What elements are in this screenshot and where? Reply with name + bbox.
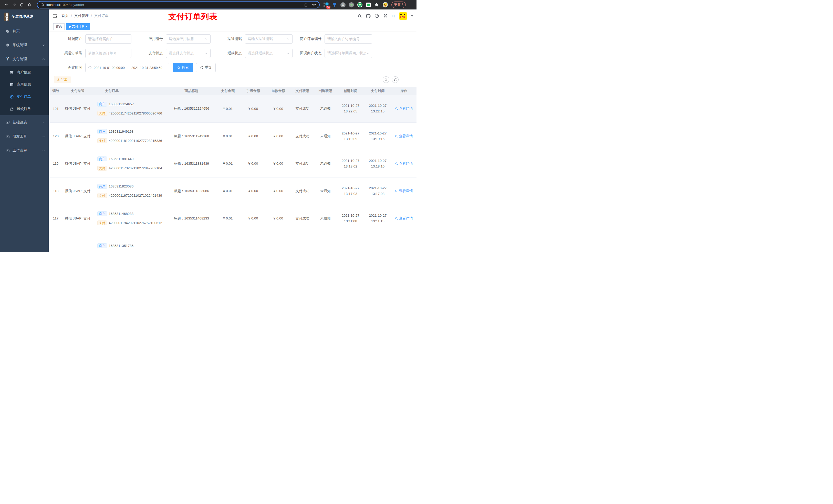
extension-chat-icon[interactable] <box>366 2 371 7</box>
browser-reload-icon[interactable] <box>18 1 26 8</box>
fullscreen-icon[interactable] <box>383 14 387 18</box>
sidebar-toggle-icon[interactable] <box>52 14 57 19</box>
breadcrumb-home[interactable]: 首页 <box>62 14 69 18</box>
address-bar[interactable]: localhost:1024/pay/order <box>37 1 320 8</box>
table-header-row: 编号 支付渠道 支付订单 商品标题 支付金额 手续金额 退款金额 支付状态 回调… <box>50 87 416 95</box>
table-row-partial[interactable]: 商户1635311351786 <box>50 232 416 252</box>
table-row[interactable]: 118 微信 JSAPI 支付 商户1635311823086 支付420000… <box>50 177 416 205</box>
browser-menu-icon[interactable] <box>402 3 403 6</box>
sidebar-menu: 首页 系统管理 ¥ 支付管理 <box>0 24 49 158</box>
sidebar-item-payment[interactable]: ¥ 支付管理 <box>0 52 49 66</box>
browser-forward-icon[interactable] <box>10 1 18 8</box>
sidebar-item-merchant-info[interactable]: 商户信息 <box>0 66 49 78</box>
cell-channel: 微信 JSAPI 支付 <box>61 122 94 150</box>
select-placeholder: 请选择退款状态 <box>248 51 287 55</box>
pay-tag: 支付 <box>97 138 107 143</box>
sidebar-item-home[interactable]: 首页 <box>0 24 49 38</box>
github-icon[interactable] <box>366 14 371 19</box>
breadcrumb-pay-manage[interactable]: 支付管理 <box>74 14 89 18</box>
table-row[interactable]: 120 微信 JSAPI 支付 商户1635311949168 支付420000… <box>50 122 416 150</box>
extensions-puzzle-icon[interactable] <box>374 2 379 7</box>
pay-status-select[interactable]: 请选择支付状态 <box>166 49 211 58</box>
grid-icon <box>10 82 14 87</box>
date-end[interactable]: 2021-10-31 23:59:59 <box>132 66 162 70</box>
extension-recorder-icon[interactable] <box>349 2 354 7</box>
view-detail-link[interactable]: 查看详情 <box>395 216 413 221</box>
merchant-input-field[interactable] <box>88 37 128 41</box>
cell-fee-amount <box>241 232 266 252</box>
reset-button[interactable]: 重置 <box>196 63 216 72</box>
cell-channel: 微信 JSAPI 支付 <box>61 205 94 232</box>
browser-update-button[interactable]: 更新 <box>391 2 406 8</box>
search-button[interactable]: 搜索 <box>173 63 193 72</box>
sidebar-item-system[interactable]: 系统管理 <box>0 38 49 52</box>
close-icon[interactable]: × <box>86 25 87 28</box>
avatar-caret-icon[interactable] <box>411 15 413 17</box>
channel-order-no-field[interactable] <box>88 51 128 55</box>
cell-title: 标题：1635311468233 <box>168 205 215 232</box>
sidebar-logo[interactable]: 芋道管理系统 <box>0 9 49 24</box>
view-detail-link[interactable]: 查看详情 <box>395 189 413 193</box>
extension-y-icon[interactable]: y <box>357 2 362 7</box>
date-start[interactable]: 2021-10-01 00:00:00 <box>94 66 125 70</box>
sidebar-item-dev-tools[interactable]: 研发工具 <box>0 129 49 143</box>
cell-fee-amount: ¥ 0.00 <box>241 150 266 177</box>
browser-back-icon[interactable] <box>3 1 10 8</box>
extension-kite-icon[interactable] <box>332 2 337 7</box>
toggle-search-button[interactable] <box>383 76 389 83</box>
font-size-icon[interactable]: TT <box>391 14 395 18</box>
sidebar-item-workflow[interactable]: 工作流程 <box>0 143 49 158</box>
tab-home[interactable]: 首页 <box>53 23 65 30</box>
cell-order-no: 商户1635311351786 <box>94 232 168 252</box>
logo-rabbit-image <box>4 13 9 21</box>
search-icon[interactable] <box>358 14 362 18</box>
tab-pay-order[interactable]: 支付订单 × <box>66 23 90 30</box>
date-separator: - <box>127 66 129 70</box>
sidebar-item-refund-order[interactable]: 退款订单 <box>0 103 49 115</box>
callback-status-select[interactable]: 请选择订单回调商户状态 <box>325 49 372 58</box>
cell-create-time: 2021-10-2713:22:05 <box>337 95 364 122</box>
cell-refund-amount: ¥ 0.00 <box>266 150 291 177</box>
help-icon[interactable] <box>375 14 379 18</box>
merchant-order-no-input[interactable] <box>325 34 372 44</box>
merchant-order-no-field[interactable] <box>327 37 370 41</box>
cell-id: 119 <box>50 150 61 177</box>
table-row[interactable]: 119 微信 JSAPI 支付 商户1635311881440 支付420000… <box>50 150 416 177</box>
refresh-button[interactable] <box>392 76 399 83</box>
view-detail-link[interactable]: 查看详情 <box>395 161 413 166</box>
tag-view-bar: 首页 支付订单 × <box>49 22 416 31</box>
user-avatar[interactable] <box>399 12 407 20</box>
pay-tag: 支付 <box>97 193 107 198</box>
sidebar-item-app-info[interactable]: 应用信息 <box>0 78 49 91</box>
col-pay-time: 支付时间 <box>364 87 391 95</box>
sidebar-item-label: 系统管理 <box>13 43 27 47</box>
view-detail-link[interactable]: 查看详情 <box>395 134 413 139</box>
site-info-icon[interactable] <box>41 3 44 7</box>
cell-title: 标题：1635311949168 <box>168 122 215 150</box>
create-time-range-picker[interactable]: 2021-10-01 00:00:00 - 2021-10-31 23:59:5… <box>85 63 169 72</box>
sidebar-item-infrastructure[interactable]: 基础设施 <box>0 115 49 129</box>
sidebar-item-pay-order[interactable]: 支付订单 <box>0 91 49 103</box>
cell-create-time <box>337 232 364 252</box>
extension-command-icon[interactable]: ⌘ <box>340 2 346 7</box>
yen-icon: ¥ <box>6 57 10 61</box>
refund-status-select[interactable]: 请选择退款状态 <box>245 49 292 58</box>
cell-create-time: 2021-10-2713:17:03 <box>337 177 364 205</box>
extension-tabs-icon[interactable]: 10 <box>324 2 329 7</box>
export-button[interactable]: 导出 <box>54 76 70 83</box>
channel-code-select[interactable]: 请输入渠道编码 <box>245 34 292 44</box>
browser-home-icon[interactable] <box>26 1 33 8</box>
search-button-label: 搜索 <box>182 65 189 70</box>
bookmark-star-icon[interactable] <box>312 3 316 7</box>
merchant-input[interactable] <box>85 34 132 44</box>
table-row[interactable]: 117 微信 JSAPI 支付 商户1635311468233 支付420000… <box>50 205 416 232</box>
table-row[interactable]: 121 微信 JSAPI 支付 商户1635312124657 支付420000… <box>50 95 416 122</box>
app-no-select[interactable]: 请选择应用信息 <box>166 34 211 44</box>
cell-pay-status <box>291 232 314 252</box>
extension-emoji-icon[interactable] <box>383 2 388 7</box>
share-icon[interactable] <box>304 3 308 7</box>
col-pay-amount: 支付金额 <box>215 87 240 95</box>
view-detail-link[interactable]: 查看详情 <box>395 106 413 111</box>
sidebar-item-label: 工作流程 <box>13 148 27 153</box>
channel-order-no-input[interactable] <box>85 49 132 58</box>
